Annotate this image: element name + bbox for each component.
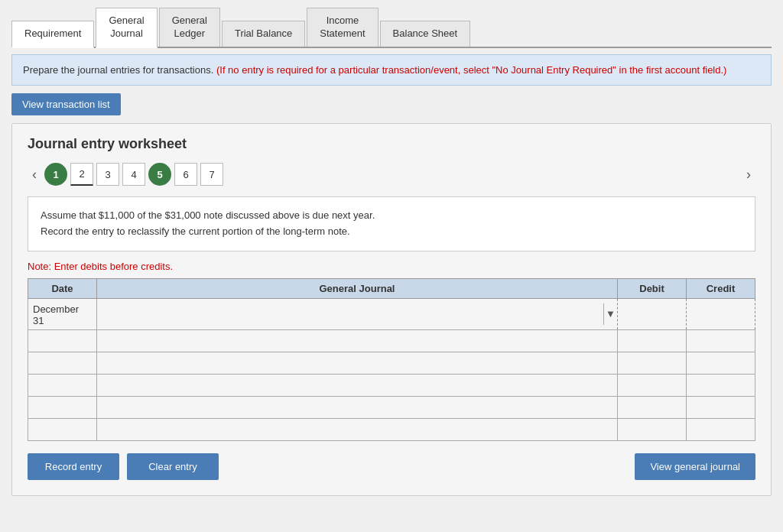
date-cell-5 (28, 396, 97, 418)
debit-input-6[interactable] (618, 419, 686, 440)
debit-cell-3[interactable] (618, 352, 687, 374)
credit-cell-4[interactable] (687, 374, 755, 396)
info-red-text: (If no entry is required for a particula… (216, 64, 727, 76)
credit-input-6[interactable] (687, 419, 755, 440)
journal-cell-4[interactable] (97, 374, 618, 396)
credit-cell-1[interactable] (687, 298, 755, 329)
credit-input-2[interactable] (687, 330, 755, 352)
table-row (28, 418, 755, 440)
table-row (28, 352, 755, 374)
debit-input-2[interactable] (618, 330, 686, 352)
nav-item-2[interactable]: 2 (70, 163, 93, 186)
date-cell-4 (28, 374, 97, 396)
description-box: Assume that $11,000 of the $31,000 note … (28, 196, 755, 251)
credit-cell-2[interactable] (687, 329, 755, 352)
debit-input-3[interactable] (618, 352, 686, 374)
journal-cell-5[interactable] (97, 396, 618, 418)
col-header-journal: General Journal (97, 278, 618, 298)
table-row (28, 329, 755, 352)
col-header-date: Date (28, 278, 97, 298)
journal-cell-6[interactable] (97, 418, 618, 440)
tab-general-journal[interactable]: GeneralJournal (96, 8, 157, 48)
journal-input-1[interactable] (97, 303, 603, 325)
journal-cell-3[interactable] (97, 352, 618, 374)
tab-trial-balance[interactable]: Trial Balance (222, 21, 305, 47)
credit-cell-5[interactable] (687, 396, 755, 418)
debit-cell-1[interactable] (618, 298, 687, 329)
journal-input-6[interactable] (97, 419, 617, 440)
worksheet-title: Journal entry worksheet (28, 136, 755, 152)
nav-item-1[interactable]: 1 (44, 163, 67, 186)
nav-prev-arrow[interactable]: ‹ (28, 165, 41, 184)
col-header-debit: Debit (618, 278, 687, 298)
col-header-credit: Credit (687, 278, 755, 298)
credit-input-1[interactable] (687, 299, 755, 329)
debit-cell-6[interactable] (618, 418, 687, 440)
tab-balance-sheet[interactable]: Balance Sheet (380, 21, 471, 47)
date-cell-2 (28, 329, 97, 352)
record-entry-button[interactable]: Record entry (28, 453, 119, 480)
table-row (28, 396, 755, 418)
debit-cell-5[interactable] (618, 396, 687, 418)
credit-input-4[interactable] (687, 375, 755, 396)
debit-input-1[interactable] (618, 299, 686, 329)
debit-cell-4[interactable] (618, 374, 687, 396)
info-bar: Prepare the journal entries for transact… (11, 54, 772, 86)
table-row: December31 ▼ (28, 298, 755, 329)
debit-input-4[interactable] (618, 375, 686, 396)
journal-table: Date General Journal Debit Credit Decemb… (28, 278, 755, 441)
journal-input-4[interactable] (97, 375, 617, 396)
nav-item-4[interactable]: 4 (122, 163, 145, 186)
debit-cell-2[interactable] (618, 329, 687, 352)
date-cell-6 (28, 418, 97, 440)
journal-dropdown-1[interactable]: ▼ (603, 303, 617, 325)
note-text: Note: Enter debits before credits. (28, 261, 755, 272)
tab-general-ledger[interactable]: GeneralLedger (159, 8, 220, 47)
bottom-buttons: Record entry Clear entry View general jo… (28, 453, 755, 480)
nav-item-7[interactable]: 7 (200, 163, 223, 186)
credit-cell-3[interactable] (687, 352, 755, 374)
description-text: Assume that $11,000 of the $31,000 note … (41, 209, 375, 237)
tab-income-statement[interactable]: IncomeStatement (307, 8, 378, 47)
date-cell-3 (28, 352, 97, 374)
worksheet-card: Journal entry worksheet ‹ 1 2 3 4 5 6 7 … (11, 123, 772, 496)
journal-input-3[interactable] (97, 352, 617, 374)
credit-input-3[interactable] (687, 352, 755, 374)
nav-row: ‹ 1 2 3 4 5 6 7 › (28, 163, 755, 186)
table-row (28, 374, 755, 396)
view-general-journal-button[interactable]: View general journal (635, 453, 755, 480)
nav-item-3[interactable]: 3 (96, 163, 119, 186)
nav-item-5[interactable]: 5 (148, 163, 171, 186)
action-bar: View transaction list (11, 93, 772, 115)
date-cell-1: December31 (28, 298, 97, 329)
nav-next-arrow[interactable]: › (742, 165, 755, 184)
credit-cell-6[interactable] (687, 418, 755, 440)
journal-input-5[interactable] (97, 397, 617, 418)
journal-cell-1[interactable]: ▼ (97, 298, 618, 329)
credit-input-5[interactable] (687, 397, 755, 418)
journal-input-2[interactable] (97, 330, 617, 352)
nav-item-6[interactable]: 6 (174, 163, 197, 186)
clear-entry-button[interactable]: Clear entry (127, 453, 219, 480)
journal-cell-2[interactable] (97, 329, 618, 352)
tab-requirement[interactable]: Requirement (11, 21, 94, 48)
tabs-bar: Requirement GeneralJournal GeneralLedger… (11, 8, 772, 48)
debit-input-5[interactable] (618, 397, 686, 418)
view-transaction-button[interactable]: View transaction list (11, 93, 121, 115)
info-main-text: Prepare the journal entries for transact… (23, 64, 213, 76)
